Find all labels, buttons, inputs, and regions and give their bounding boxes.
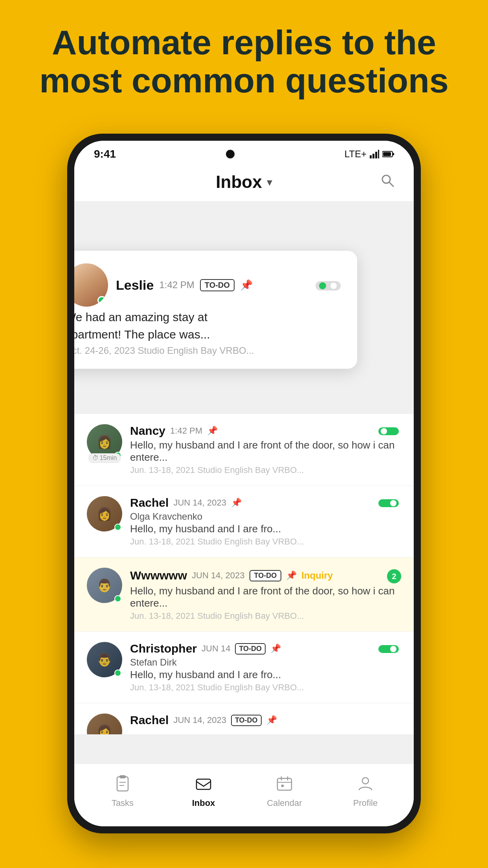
svg-rect-33 xyxy=(281,785,284,787)
message-body-rachel2: Rachel JUN 14, 2023 TO-DO 📌 xyxy=(130,714,401,728)
message-time: JUN 14 xyxy=(202,644,230,654)
svg-rect-28 xyxy=(196,779,211,789)
sub-name: Olga Kravchenko xyxy=(130,511,401,522)
message-item-wwwwww[interactable]: 👨 Wwwwww JUN 14, 2023 TO-DO 📌 Inquiry 2 … xyxy=(74,557,414,632)
signal-icon xyxy=(370,150,379,158)
hero-title: Automate replies to the most common ques… xyxy=(0,0,488,116)
profile-icon xyxy=(357,774,374,796)
nav-label-tasks: Tasks xyxy=(112,798,134,808)
message-body-christopher: Christopher JUN 14 TO-DO 📌 xyxy=(130,642,401,693)
avatar-rachel: 👩 xyxy=(87,496,122,531)
sender-name: Leslie xyxy=(116,278,154,293)
nav-title: Inbox xyxy=(216,172,262,192)
pin-icon: 📌 xyxy=(286,570,297,581)
pin-icon: 📌 xyxy=(231,498,242,508)
svg-rect-5 xyxy=(393,153,394,155)
signal-label: LTE+ xyxy=(345,149,367,160)
status-time: 9:41 xyxy=(94,148,116,160)
todo-badge: TO-DO xyxy=(231,715,262,726)
avatar-rachel2: 👩 xyxy=(87,714,122,735)
status-indicators: LTE+ xyxy=(345,149,394,160)
todo-badge: TO-DO xyxy=(200,279,235,291)
battery-icon xyxy=(382,151,394,158)
sender-name: Rachel xyxy=(130,496,169,509)
sub-name: Stefan Dirk xyxy=(130,657,401,668)
phone-frame: 9:41 LTE+ xyxy=(67,134,421,833)
message-time: JUN 14, 2023 xyxy=(192,570,245,581)
message-item-rachel[interactable]: 👩 Rachel JUN 14, 2023 📌 xyxy=(74,486,414,557)
toggle-switch[interactable] xyxy=(378,497,401,509)
nav-title-wrap: Inbox ▾ xyxy=(216,172,272,192)
status-bar: 9:41 LTE+ xyxy=(74,141,414,164)
inbox-icon xyxy=(195,774,212,796)
avatar-leslie xyxy=(74,263,108,307)
nav-label-inbox: Inbox xyxy=(192,798,215,808)
nav-item-tasks[interactable]: Tasks xyxy=(82,774,163,808)
message-time: 1:42 PM xyxy=(170,426,202,436)
calendar-icon xyxy=(276,774,293,796)
svg-rect-3 xyxy=(378,150,379,158)
toggle-switch[interactable] xyxy=(378,643,401,655)
svg-point-23 xyxy=(330,282,337,289)
sender-name: Rachel xyxy=(130,714,169,727)
svg-rect-24 xyxy=(117,777,128,791)
nav-item-inbox[interactable]: Inbox xyxy=(163,774,244,808)
message-time: 1:42 PM xyxy=(159,280,194,291)
card-info: Leslie 1:42 PM TO-DO 📌 xyxy=(116,278,343,293)
svg-rect-25 xyxy=(119,775,126,778)
message-preview: Hello, my husband and I are front of the… xyxy=(130,585,401,609)
tasks-icon xyxy=(114,774,131,796)
featured-message-card[interactable]: Leslie 1:42 PM TO-DO 📌 xyxy=(74,251,357,369)
online-indicator xyxy=(114,524,121,531)
toggle-switch[interactable] xyxy=(378,425,401,437)
nav-label-calendar: Calendar xyxy=(267,798,302,808)
message-preview: Hello, my husband and I are fro... xyxy=(130,669,401,681)
avatar-nancy: 👩 ⏱15min xyxy=(87,424,122,460)
sender-name: Nancy xyxy=(130,424,165,438)
pin-icon: 📌 xyxy=(266,715,277,725)
pin-icon: 📌 xyxy=(240,279,253,291)
message-body-nancy: Nancy 1:42 PM 📌 xyxy=(130,424,401,475)
svg-point-14 xyxy=(390,500,396,506)
search-button[interactable] xyxy=(381,174,394,191)
svg-rect-2 xyxy=(375,152,377,158)
online-indicator xyxy=(114,669,121,677)
svg-rect-1 xyxy=(372,154,374,158)
message-item-christopher[interactable]: 👨 Christopher JUN 14 TO-DO 📌 xyxy=(74,632,414,703)
phone-mockup: 9:41 LTE+ xyxy=(67,134,421,833)
sender-name: Wwwwww xyxy=(130,569,187,582)
chevron-down-icon[interactable]: ▾ xyxy=(267,176,272,189)
nav-label-profile: Profile xyxy=(353,798,378,808)
message-item-rachel2[interactable]: 👩 Rachel JUN 14, 2023 TO-DO 📌 xyxy=(74,703,414,735)
nav-item-profile[interactable]: Profile xyxy=(325,774,406,808)
message-item-nancy[interactable]: 👩 ⏱15min Nancy 1:42 PM 📌 xyxy=(74,414,414,486)
svg-rect-29 xyxy=(277,778,292,790)
message-time: JUN 14, 2023 xyxy=(173,498,226,508)
message-date: Oct. 24-26, 2023 Studio English Bay VRBO… xyxy=(74,345,343,356)
unread-count: 2 xyxy=(387,569,401,583)
online-indicator xyxy=(97,296,106,305)
nav-item-calendar[interactable]: Calendar xyxy=(244,774,325,808)
avatar-wwwwww: 👨 xyxy=(87,568,122,603)
message-preview-line1: We had an amazing stay at xyxy=(74,311,343,324)
message-date: Jun. 13-18, 2021 Studio English Bay VRBO… xyxy=(130,537,401,547)
toggle-switch[interactable] xyxy=(316,279,343,291)
avatar-christopher: 👨 xyxy=(87,642,122,677)
message-body-rachel: Rachel JUN 14, 2023 📌 xyxy=(130,496,401,547)
svg-point-10 xyxy=(381,428,387,434)
camera-notch xyxy=(226,150,235,158)
pin-icon: 📌 xyxy=(207,426,218,436)
svg-point-22 xyxy=(319,282,326,289)
svg-line-8 xyxy=(389,182,393,186)
svg-point-18 xyxy=(390,646,396,652)
svg-rect-6 xyxy=(383,152,391,156)
pin-icon: 📌 xyxy=(270,644,281,654)
top-nav: Inbox ▾ xyxy=(74,164,414,202)
search-icon xyxy=(381,174,394,187)
message-time: JUN 14, 2023 xyxy=(173,715,226,725)
bottom-nav: Tasks Inbox xyxy=(74,763,414,826)
inquiry-badge: Inquiry xyxy=(301,570,333,581)
message-body-wwwwww: Wwwwww JUN 14, 2023 TO-DO 📌 Inquiry 2 He… xyxy=(130,568,401,621)
todo-badge: TO-DO xyxy=(235,643,266,655)
todo-badge: TO-DO xyxy=(250,570,282,581)
